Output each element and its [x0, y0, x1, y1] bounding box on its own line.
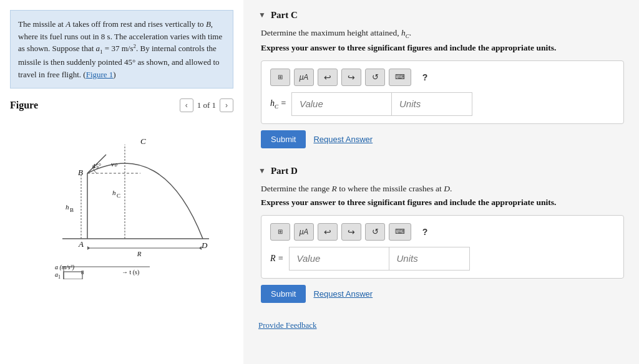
figure-container: A B C D 45° v₀ h B h C R	[10, 117, 233, 279]
part-d-submit-button[interactable]: Submit	[261, 285, 306, 303]
part-c-eq-label: hC =	[270, 98, 286, 110]
figure-svg: A B C D 45° v₀ h B h C R	[10, 117, 233, 279]
feedback-row: Provide Feedback	[258, 320, 624, 330]
part-d-question: Determine the range R to where the missi…	[261, 184, 624, 194]
part-c-request-answer-button[interactable]: Request Answer	[313, 135, 373, 144]
undo-button-d[interactable]: ↩	[318, 223, 338, 241]
part-c-label: Part C	[271, 10, 298, 21]
part-d-request-answer-button[interactable]: Request Answer	[313, 289, 373, 299]
part-c-submit-button[interactable]: Submit	[261, 130, 306, 148]
help-button-d[interactable]: ?	[415, 223, 435, 241]
provide-feedback-link[interactable]: Provide Feedback	[258, 320, 317, 330]
keyboard-button-d[interactable]: ⌨	[389, 223, 411, 241]
part-c-chevron[interactable]: ▼	[258, 11, 266, 20]
refresh-button-d[interactable]: ↺	[365, 223, 385, 241]
figure-prev-button[interactable]: ‹	[180, 98, 193, 112]
part-d-body: Determine the range R to where the missi…	[258, 184, 624, 303]
refresh-button-c[interactable]: ↺	[365, 69, 385, 86]
part-d-answer-box: ⊞ μA ↩ ↪ ↺ ⌨ ? R =	[261, 215, 624, 279]
svg-text:→ t (s): → t (s)	[122, 269, 139, 276]
svg-text:A: A	[78, 239, 84, 249]
svg-text:B: B	[78, 168, 83, 177]
part-d-instruction: Express your answer to three significant…	[261, 198, 624, 208]
svg-text:C: C	[140, 136, 146, 146]
part-c-units-input[interactable]	[391, 92, 472, 116]
left-panel: The missile at A takes off from rest and…	[0, 0, 243, 364]
part-c-button-row: Submit Request Answer	[261, 130, 624, 148]
part-c-header: ▼ Part C	[258, 10, 624, 21]
grid-icon-button-c[interactable]: ⊞	[270, 69, 290, 86]
keyboard-button-c[interactable]: ⌨	[389, 69, 411, 86]
undo-button-c[interactable]: ↩	[318, 69, 338, 86]
part-c-answer-box: ⊞ μA ↩ ↪ ↺ ⌨ ? hC =	[261, 60, 624, 124]
part-c-question: Determine the maximum height attained, h…	[261, 28, 624, 39]
help-button-c[interactable]: ?	[415, 69, 435, 86]
svg-text:45°: 45°	[92, 163, 101, 170]
redo-button-c[interactable]: ↪	[341, 69, 361, 86]
svg-text:1: 1	[58, 274, 61, 279]
svg-text:8: 8	[81, 269, 84, 275]
figure-link[interactable]: Figure 1	[86, 70, 114, 79]
problem-text-box: The missile at A takes off from rest and…	[10, 10, 233, 89]
figure-title: Figure	[10, 100, 38, 111]
redo-button-d[interactable]: ↪	[341, 223, 361, 241]
grid-icon-button-d[interactable]: ⊞	[270, 223, 290, 241]
part-d-toolbar: ⊞ μA ↩ ↪ ↺ ⌨ ?	[270, 223, 615, 241]
part-c-value-input[interactable]	[291, 92, 391, 116]
part-d-header: ▼ Part D	[258, 166, 624, 176]
svg-text:R: R	[137, 250, 142, 257]
part-c-input-row: hC =	[270, 92, 615, 116]
svg-text:B: B	[70, 207, 74, 213]
svg-marker-18	[199, 246, 202, 250]
part-d-value-input[interactable]	[289, 247, 389, 271]
svg-rect-22	[64, 272, 82, 279]
svg-text:h: h	[112, 189, 116, 196]
svg-text:a (m/s²): a (m/s²)	[55, 264, 75, 271]
figure-next-button[interactable]: ›	[220, 98, 233, 112]
part-c-instruction: Express your answer to three significant…	[261, 43, 624, 53]
figure-nav-label: 1 of 1	[197, 100, 216, 110]
part-c-body: Determine the maximum height attained, h…	[258, 28, 624, 148]
part-c-toolbar: ⊞ μA ↩ ↪ ↺ ⌨ ?	[270, 69, 615, 86]
part-d-units-input[interactable]	[389, 247, 470, 271]
svg-text:D: D	[201, 241, 208, 250]
part-c-section: ▼ Part C Determine the maximum height at…	[258, 10, 624, 148]
part-d-section: ▼ Part D Determine the range R to where …	[258, 166, 624, 303]
figure-nav: ‹ 1 of 1 ›	[180, 98, 233, 112]
mu-icon-button-d[interactable]: μA	[294, 223, 314, 241]
mu-icon-button-c[interactable]: μA	[294, 69, 314, 86]
svg-text:C: C	[117, 193, 120, 199]
part-d-label: Part D	[271, 166, 298, 176]
figure-header: Figure ‹ 1 of 1 ›	[10, 98, 233, 112]
right-panel: ▼ Part C Determine the maximum height at…	[243, 0, 639, 364]
part-d-eq-label: R =	[270, 254, 284, 264]
part-d-button-row: Submit Request Answer	[261, 285, 624, 303]
svg-marker-17	[87, 246, 90, 250]
part-d-input-row: R =	[270, 247, 615, 271]
problem-text: The missile at A takes off from rest and…	[18, 19, 222, 79]
svg-text:h: h	[66, 203, 69, 211]
part-d-chevron[interactable]: ▼	[258, 166, 266, 176]
svg-text:v₀: v₀	[111, 160, 117, 168]
